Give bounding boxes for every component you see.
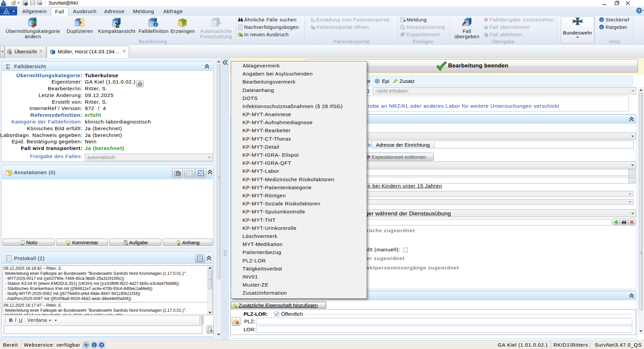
- svg-text:?: ?: [638, 9, 640, 13]
- svg-text:15: 15: [630, 179, 634, 183]
- svg-text:i: i: [601, 26, 602, 29]
- svg-text:?: ?: [101, 343, 103, 347]
- svg-text:15: 15: [630, 171, 634, 175]
- svg-text:Σ: Σ: [9, 51, 12, 55]
- svg-text:Σ: Σ: [6, 63, 10, 70]
- svg-text:i: i: [601, 18, 602, 22]
- svg-text:Σ: Σ: [115, 21, 120, 28]
- svg-text:i: i: [155, 22, 156, 28]
- svg-text:i: i: [313, 27, 314, 30]
- svg-text:i: i: [94, 343, 95, 348]
